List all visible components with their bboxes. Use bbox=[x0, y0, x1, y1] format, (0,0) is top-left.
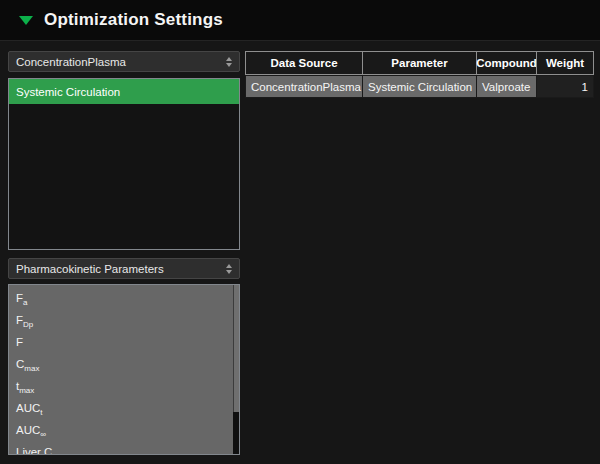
spinner-updown-icon[interactable] bbox=[226, 57, 232, 67]
list-item-cmax[interactable]: Cmax bbox=[9, 354, 239, 376]
scrollbar-thumb[interactable] bbox=[233, 285, 239, 412]
pk-parameters-dropdown[interactable]: Pharmacokinetic Parameters bbox=[8, 258, 240, 279]
spinner-updown-icon[interactable] bbox=[226, 264, 232, 274]
list-item-systemic-circulation[interactable]: Systemic Circulation bbox=[9, 79, 239, 104]
data-source-dropdown[interactable]: ConcentrationPlasma bbox=[8, 51, 240, 72]
spinner-down-icon[interactable] bbox=[226, 270, 232, 274]
cell-weight[interactable]: 1 bbox=[536, 75, 594, 98]
pk-parameters-dropdown-value: Pharmacokinetic Parameters bbox=[16, 263, 164, 275]
table-header-row: Data Source Parameter Compound Weight bbox=[245, 51, 594, 75]
spinner-up-icon[interactable] bbox=[226, 264, 232, 268]
pk-parameters-items: Fa FDp F Cmax tmax AUCt AUC∞ Liver Cmax bbox=[9, 285, 239, 455]
cell-data-source[interactable]: ConcentrationPlasma bbox=[245, 75, 363, 98]
spinner-up-icon[interactable] bbox=[226, 57, 232, 61]
cell-parameter[interactable]: Systemic Circulation bbox=[362, 75, 477, 98]
list-item-fdp[interactable]: FDp bbox=[9, 310, 239, 332]
column-header-data-source: Data Source bbox=[245, 51, 363, 75]
list-item-fa[interactable]: Fa bbox=[9, 288, 239, 310]
scrollbar-track[interactable] bbox=[233, 285, 239, 454]
column-header-weight: Weight bbox=[536, 51, 594, 75]
list-item-tmax[interactable]: tmax bbox=[9, 376, 239, 398]
parameter-listbox: Systemic Circulation bbox=[8, 78, 240, 250]
cell-compound[interactable]: Valproate bbox=[476, 75, 537, 98]
page-title: Optimization Settings bbox=[44, 10, 223, 30]
table-row: ConcentrationPlasma Systemic Circulation… bbox=[245, 75, 594, 98]
spinner-down-icon[interactable] bbox=[226, 63, 232, 67]
section-header: Optimization Settings bbox=[0, 0, 600, 41]
list-item-liver-cmax[interactable]: Liver Cmax bbox=[9, 442, 239, 455]
list-item-f[interactable]: F bbox=[9, 332, 239, 354]
list-item-aucinf[interactable]: AUC∞ bbox=[9, 420, 239, 442]
column-header-parameter: Parameter bbox=[362, 51, 477, 75]
collapse-triangle-icon[interactable] bbox=[19, 16, 33, 25]
optimization-settings-panel: { "header": { "title": "Optimization Set… bbox=[0, 0, 600, 464]
data-source-dropdown-value: ConcentrationPlasma bbox=[16, 56, 126, 68]
list-item-auct[interactable]: AUCt bbox=[9, 398, 239, 420]
list-item-label: Systemic Circulation bbox=[16, 86, 120, 98]
pk-parameters-listbox: Fa FDp F Cmax tmax AUCt AUC∞ Liver Cmax bbox=[8, 284, 240, 455]
optimization-table: Data Source Parameter Compound Weight Co… bbox=[245, 51, 594, 98]
column-header-compound: Compound bbox=[476, 51, 537, 75]
